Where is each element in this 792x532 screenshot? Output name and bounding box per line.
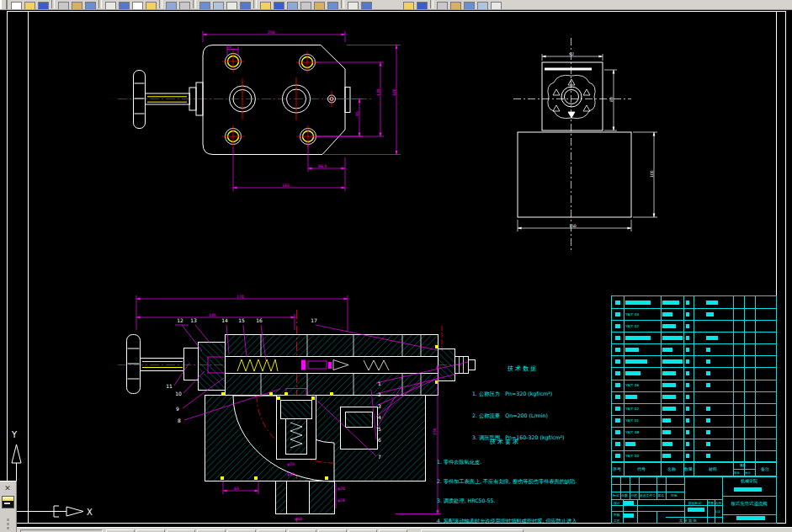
ucs-icon[interactable] <box>402 1 414 10</box>
grip-dot <box>7 519 9 521</box>
toolbar-grip[interactable] <box>0 0 8 9</box>
bom-material-block <box>706 336 718 340</box>
tech-req-line: 2. 零件加工表面上, 不应有划痕, 擦伤等损伤零件表面的缺陷. <box>437 478 578 485</box>
publish-icon[interactable] <box>84 1 96 10</box>
open-icon[interactable] <box>24 1 35 10</box>
bom-seq-block <box>615 442 620 446</box>
zoom-window-icon[interactable] <box>226 1 237 10</box>
close-icon[interactable]: ✕ <box>3 484 13 493</box>
svg-text:9: 9 <box>176 406 179 412</box>
bom-table: YB/T 04YB/T 02YB/T 06YB/T 02YB/T 01YB/T … <box>612 296 776 462</box>
svg-text:3: 3 <box>378 403 381 409</box>
redo-icon[interactable] <box>178 1 190 10</box>
grip-dot <box>7 527 9 529</box>
bom-code-text: YB/T 01 <box>625 418 639 423</box>
svg-text:8: 8 <box>178 418 181 423</box>
bom-qty-block <box>686 442 689 446</box>
save-icon[interactable] <box>37 1 49 10</box>
svg-text:5: 5 <box>378 426 381 432</box>
lights-icon[interactable] <box>449 1 461 10</box>
org-name: 机械学院 <box>722 479 776 483</box>
bom-qty-block <box>686 383 689 387</box>
bom-name-block <box>662 371 676 375</box>
bom-qty-block <box>686 430 689 434</box>
bom-code-text: YB/T 00 <box>625 454 639 458</box>
bom-name-block <box>662 407 676 411</box>
bom-material-block <box>706 454 710 458</box>
bom-seq-block <box>615 336 620 340</box>
zoom-previous-icon[interactable] <box>239 1 251 10</box>
title-block: 标记 处数 分区 更改文件号 签名 日期 设计 审核 工艺 阶段标记 质量 比例… <box>612 476 776 523</box>
svg-text:1: 1 <box>378 380 381 386</box>
properties-icon[interactable] <box>259 1 271 10</box>
layer-states-icon[interactable] <box>360 1 372 10</box>
bom-name-block <box>662 312 672 317</box>
toolbar-separator <box>253 0 257 8</box>
command-window-icon[interactable] <box>2 496 14 508</box>
title-block-filled-field <box>688 508 704 512</box>
copy-icon[interactable] <box>118 1 130 10</box>
cad-application-window: 255 15 180 135 45 66.5 163 <box>0 0 792 532</box>
svg-text:φ28: φ28 <box>338 498 345 503</box>
svg-text:65: 65 <box>234 487 239 491</box>
pan-realtime-icon[interactable] <box>199 1 210 10</box>
bom-header-remark: 备注 <box>761 466 769 471</box>
bom-name-block <box>662 442 672 446</box>
qnew-icon[interactable] <box>10 1 22 10</box>
bom-seq-block <box>615 324 620 328</box>
tool-palettes-icon[interactable] <box>286 1 298 10</box>
render-icon[interactable] <box>436 1 448 10</box>
quickcalc-icon[interactable] <box>327 1 338 10</box>
bom-material-block <box>706 418 710 423</box>
plot-icon[interactable] <box>57 1 69 10</box>
rev-mark-label: 标记 <box>613 493 619 497</box>
paste-icon[interactable] <box>131 1 143 10</box>
mapping-icon[interactable] <box>476 1 488 10</box>
bom-seq-block <box>615 418 620 423</box>
bom-code-block <box>625 336 651 340</box>
undo-icon[interactable] <box>165 1 177 10</box>
match-properties-icon[interactable] <box>145 1 157 10</box>
svg-text:Y: Y <box>11 430 18 439</box>
toolbar-separator <box>341 0 344 8</box>
bom-header-no: 序号 <box>613 466 621 471</box>
grip-dot <box>7 523 9 525</box>
svg-text:163: 163 <box>282 184 290 188</box>
layer-icon[interactable] <box>347 1 359 10</box>
svg-text:15: 15 <box>238 317 245 323</box>
svg-text:15: 15 <box>226 45 231 49</box>
bom-code-block <box>625 442 635 446</box>
ucs-world-icon[interactable] <box>416 1 428 10</box>
designcenter-icon[interactable] <box>273 1 284 10</box>
bom-seq-block <box>615 359 620 364</box>
bom-code-text: YB/T 06 <box>625 383 639 387</box>
zoom-realtime-icon[interactable] <box>212 1 224 10</box>
bom-name-block <box>662 324 676 328</box>
materials-icon[interactable] <box>463 1 475 10</box>
svg-text:X: X <box>87 508 93 517</box>
command-palette-strip[interactable]: ✕ <box>0 481 17 532</box>
tech-req-line: 1. 零件去除氧化皮. <box>437 459 578 466</box>
svg-text:170: 170 <box>237 295 244 299</box>
status-bar <box>0 527 792 532</box>
bom-header-code: 代号 <box>637 466 646 471</box>
main-valve-column <box>277 389 316 460</box>
tech-req-line: 4. 装配滚动轴承时允许使用密封填料或密封胶, 但应防止进入 <box>437 518 578 524</box>
drawing-title: 板式先导式溢流阀 <box>722 502 776 506</box>
svg-text:150: 150 <box>569 224 577 228</box>
markup-icon[interactable] <box>313 1 325 10</box>
help-icon[interactable] <box>490 1 502 10</box>
bom-material-block <box>706 301 718 305</box>
svg-text:150: 150 <box>433 428 437 435</box>
bom-header-total: 总计 <box>745 471 751 476</box>
plot-preview-icon[interactable] <box>71 1 82 10</box>
bom-name-block <box>662 383 676 387</box>
bom-code-block <box>625 371 641 375</box>
cut-icon[interactable] <box>104 1 116 10</box>
sheetset-manager-icon[interactable] <box>300 1 311 10</box>
svg-text:100: 100 <box>650 170 654 178</box>
svg-text:16: 16 <box>256 317 263 323</box>
title-block-filled-field <box>624 501 634 505</box>
plan-dimensions <box>203 31 401 191</box>
tech-data-title: 技术数据 <box>434 364 611 373</box>
